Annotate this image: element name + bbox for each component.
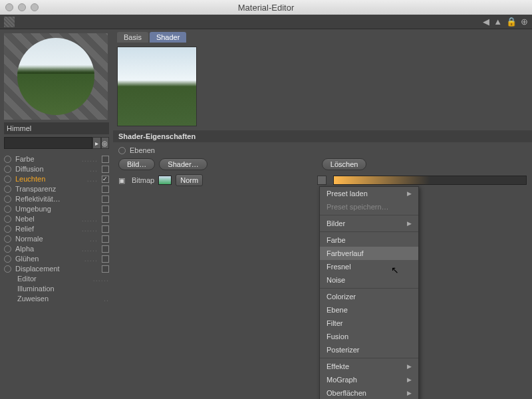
radio-icon[interactable] <box>4 215 11 223</box>
channel-transparenz[interactable]: Transparenz <box>4 184 109 194</box>
shader-preview[interactable] <box>117 47 197 126</box>
radio-icon[interactable] <box>4 156 11 163</box>
menu-colorizer[interactable]: Colorizer <box>320 290 418 303</box>
radio-icon[interactable] <box>4 205 11 213</box>
menu-fusion[interactable]: Fusion <box>320 330 418 343</box>
radio-icon[interactable] <box>4 176 11 183</box>
toolbar: ◀ ▲ 🔒 ⊕ <box>0 15 532 29</box>
menu-separator <box>320 358 418 358</box>
checkbox[interactable] <box>102 166 109 173</box>
submenu-arrow-icon: ▶ <box>407 190 412 197</box>
submenu-arrow-icon: ▶ <box>407 376 412 383</box>
checkbox[interactable] <box>102 235 109 243</box>
checkbox[interactable] <box>102 176 109 183</box>
search-target-button[interactable]: ◎ <box>101 137 110 149</box>
content-area: Basis Shader Shader-Eigenschaften Ebenen… <box>113 29 532 399</box>
channel-reflektivitaet[interactable]: Reflektivität… <box>4 194 109 203</box>
checkbox[interactable] <box>102 186 109 193</box>
opacity-slider[interactable] <box>333 176 527 185</box>
main-area: Himmel ▸ ◎ Farbe...... Diffusion... Leuc… <box>0 29 532 399</box>
channel-zuweisen[interactable]: Zuweisen.. <box>4 294 109 303</box>
checkbox[interactable] <box>102 156 109 163</box>
menu-separator <box>320 231 418 232</box>
preview-sphere <box>17 38 94 115</box>
channel-nebel[interactable]: Nebel...... <box>4 214 109 223</box>
menu-preset-load[interactable]: Preset laden▶ <box>320 187 418 200</box>
radio-icon[interactable] <box>4 235 11 243</box>
menu-separator <box>320 215 418 215</box>
ebenen-label: Ebenen <box>130 146 155 154</box>
section-title: Shader-Eigenschaften <box>113 130 532 142</box>
menu-noise[interactable]: Noise <box>320 273 418 287</box>
titlebar: Material-Editor <box>0 0 532 15</box>
menu-preset-save: Preset speichern… <box>320 200 418 213</box>
material-preview[interactable] <box>4 33 108 120</box>
channel-alpha[interactable]: Alpha...... <box>4 244 109 253</box>
channel-farbe[interactable]: Farbe...... <box>4 154 109 164</box>
channel-editor[interactable]: Editor...... <box>4 274 109 283</box>
checkbox[interactable] <box>102 215 109 223</box>
tab-shader[interactable]: Shader <box>150 32 186 43</box>
radio-icon[interactable] <box>4 196 11 203</box>
shader-context-menu: Preset laden▶ Preset speichern… Bilder▶ … <box>319 186 419 399</box>
menu-mograph[interactable]: MoGraph▶ <box>320 373 418 386</box>
checkbox[interactable] <box>102 255 109 263</box>
channel-leuchten[interactable]: Leuchten.... <box>4 174 109 184</box>
menu-filter[interactable]: Filter <box>320 317 418 330</box>
channel-illumination[interactable]: Illumination <box>4 284 109 293</box>
tab-basis[interactable]: Basis <box>117 32 148 43</box>
checkbox[interactable] <box>102 205 109 213</box>
tabs: Basis Shader <box>113 29 532 43</box>
channel-diffusion[interactable]: Diffusion... <box>4 164 109 174</box>
radio-icon[interactable] <box>4 166 11 173</box>
checkbox[interactable] <box>102 225 109 233</box>
material-name-field[interactable]: Himmel <box>4 122 109 134</box>
layer-type-label: Bitmap <box>132 176 154 184</box>
submenu-arrow-icon: ▶ <box>407 363 412 370</box>
checkbox[interactable] <box>102 245 109 253</box>
submenu-arrow-icon: ▶ <box>407 220 412 227</box>
texture-swatch-icon[interactable] <box>4 17 15 27</box>
menu-fresnel[interactable]: Fresnel <box>320 260 418 273</box>
value-spinner[interactable] <box>317 176 327 185</box>
radio-icon[interactable] <box>4 245 11 253</box>
menu-farbe[interactable]: Farbe <box>320 233 418 247</box>
search-dropdown-button[interactable]: ▸ <box>92 137 101 149</box>
menu-ebene[interactable]: Ebene <box>320 303 418 317</box>
blend-mode-select[interactable]: Norm <box>176 174 203 186</box>
channel-list: Farbe...... Diffusion... Leuchten.... Tr… <box>4 154 109 303</box>
loeschen-button[interactable]: Löschen <box>322 158 367 170</box>
menu-separator <box>320 288 418 289</box>
expand-icon[interactable]: ▣ <box>118 176 128 185</box>
menu-posterizer[interactable]: Posterizer <box>320 343 418 356</box>
menu-farbverlauf[interactable]: Farbverlauf <box>320 247 418 260</box>
nav-up-icon[interactable]: ▲ <box>493 17 502 27</box>
submenu-arrow-icon: ▶ <box>407 390 412 396</box>
menu-bilder[interactable]: Bilder▶ <box>320 217 418 230</box>
channel-umgebung[interactable]: Umgebung <box>4 204 109 213</box>
channel-relief[interactable]: Relief...... <box>4 224 109 233</box>
menu-oberflaechen[interactable]: Oberflächen▶ <box>320 386 418 399</box>
search-input[interactable] <box>4 137 92 149</box>
channel-displacement[interactable]: Displacement <box>4 264 109 273</box>
channel-gluehen[interactable]: Glühen..... <box>4 254 109 263</box>
bild-button[interactable]: Bild… <box>118 158 155 170</box>
window-title: Material-Editor <box>0 3 532 13</box>
menu-effekte[interactable]: Effekte▶ <box>320 360 418 373</box>
radio-icon[interactable] <box>4 265 11 273</box>
nav-back-icon[interactable]: ◀ <box>483 17 489 27</box>
radio-icon[interactable] <box>4 225 11 233</box>
channel-normale[interactable]: Normale... <box>4 234 109 243</box>
add-icon[interactable]: ⊕ <box>521 17 528 27</box>
lock-icon[interactable]: 🔒 <box>506 17 517 27</box>
layer-thumb[interactable] <box>158 176 172 185</box>
sidebar: Himmel ▸ ◎ Farbe...... Diffusion... Leuc… <box>0 29 113 399</box>
checkbox[interactable] <box>102 265 109 273</box>
radio-icon[interactable] <box>4 186 11 193</box>
shader-button[interactable]: Shader… <box>159 158 207 170</box>
checkbox[interactable] <box>102 196 109 203</box>
radio-icon[interactable] <box>4 255 11 263</box>
radio-icon[interactable] <box>118 147 126 154</box>
